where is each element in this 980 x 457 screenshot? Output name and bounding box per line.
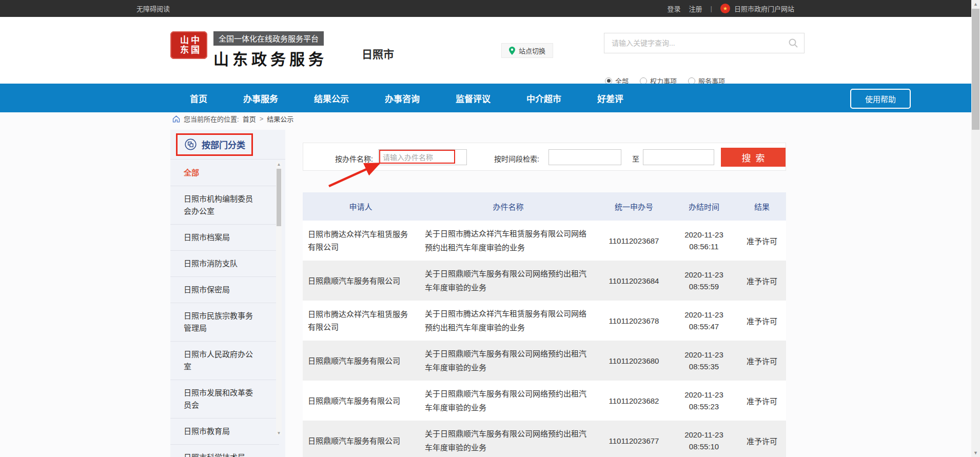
sidebar-item[interactable]: 全部 — [170, 160, 279, 186]
cell-finish-time: 2020-11-2308:56:11 — [670, 229, 738, 252]
cell-application-id: 110112023677 — [598, 436, 670, 445]
cell-item-name: 关于日照鼎顺汽车服务有限公司网络预约出租汽车年度审验的业务 — [419, 262, 598, 300]
finish-date: 2020-11-23 — [684, 309, 723, 321]
platform-badge: 全国一体化在线政务服务平台 — [213, 31, 324, 46]
finish-date: 2020-11-23 — [684, 269, 723, 281]
city-name: 日照市 — [362, 46, 394, 61]
sidebar-item[interactable]: 日照市人民政府办公室 — [170, 342, 279, 380]
table-body: 日照市腾达众祥汽车租赁服务有限公司关于日照市腾达众祥汽车租赁服务有限公司网络预约… — [303, 221, 786, 457]
date-from-input[interactable] — [548, 149, 621, 165]
site-switch-button[interactable]: 站点切换 — [501, 43, 553, 58]
seal-text-right: 中国 — [190, 35, 199, 55]
cell-applicant: 日照鼎顺汽车服务有限公司 — [303, 269, 419, 292]
cell-result: 准予许可 — [738, 275, 786, 286]
topbar-separator: | — [711, 5, 712, 12]
sidebar-scroll-up-icon[interactable]: ▲ — [276, 162, 282, 167]
finish-clock: 08:55:35 — [689, 361, 719, 372]
nav-item-监督评议[interactable]: 监督评议 — [456, 92, 491, 105]
logo-text: 全国一体化在线政务服务平台 山东政务服务 — [213, 31, 327, 69]
table-row: 日照市腾达众祥汽车租赁服务有限公司关于日照市腾达众祥汽车租赁服务有限公司网络预约… — [303, 221, 786, 261]
sidebar-item[interactable]: 日照市民族宗教事务管理局 — [170, 303, 279, 342]
filter-to-label: 至 — [632, 153, 639, 164]
page-scroll-up-icon[interactable]: ▲ — [971, 0, 980, 8]
sidebar-header: 按部门分类 — [170, 130, 285, 160]
cell-finish-time: 2020-11-2308:55:35 — [670, 349, 738, 372]
column-header: 办结时间 — [670, 201, 738, 212]
site-logo[interactable]: 山东 中国 全国一体化在线政务服务平台 山东政务服务 — [170, 31, 327, 69]
breadcrumb-current[interactable]: 结果公示 — [267, 114, 293, 124]
column-header: 统一申办号 — [598, 201, 670, 212]
table-row: 日照市腾达众祥汽车租赁服务有限公司关于日照市腾达众祥汽车租赁服务有限公司网络预约… — [303, 301, 786, 341]
cell-application-id: 110112023687 — [598, 236, 670, 245]
finish-clock: 08:55:59 — [689, 281, 719, 292]
nav-item-办事服务[interactable]: 办事服务 — [243, 92, 278, 105]
column-header: 办件名称 — [419, 201, 598, 212]
table-row: 日照鼎顺汽车服务有限公司关于日照鼎顺汽车服务有限公司网络预约出租汽车年度审验的业… — [303, 261, 786, 301]
nav-item-首页[interactable]: 首页 — [190, 92, 207, 105]
department-list: 全部日照市机构编制委员会办公室日照市档案局日照市消防支队日照市保密局日照市民族宗… — [170, 160, 279, 457]
sidebar-item[interactable]: 日照市保密局 — [170, 277, 279, 303]
cell-finish-time: 2020-11-2308:55:23 — [670, 389, 738, 412]
top-utility-bar: 无障碍阅读 登录 注册 | ★ 日照市政府门户网站 — [0, 0, 980, 17]
page-scrollbar[interactable]: ▲ ▼ — [971, 0, 980, 457]
nav-item-中介超市[interactable]: 中介超市 — [526, 92, 561, 105]
cell-result: 准予许可 — [738, 435, 786, 446]
sidebar-item[interactable]: 日照市教育局 — [170, 419, 279, 445]
date-to-input[interactable] — [643, 149, 714, 165]
column-header: 申请人 — [303, 201, 419, 212]
sidebar-scroll-down-icon[interactable]: ▼ — [276, 430, 282, 435]
register-link[interactable]: 注册 — [689, 4, 702, 13]
cell-result: 准予许可 — [738, 395, 786, 406]
cell-finish-time: 2020-11-2308:55:59 — [670, 269, 738, 292]
finish-clock: 08:55:23 — [689, 401, 719, 412]
finish-date: 2020-11-23 — [684, 389, 723, 401]
shandong-seal-icon: 山东 中国 — [170, 31, 207, 59]
sidebar-item[interactable]: 日照市机构编制委员会办公室 — [170, 186, 279, 225]
sidebar-scroll-thumb[interactable] — [277, 169, 281, 226]
finish-clock: 08:56:11 — [689, 241, 718, 252]
finish-date: 2020-11-23 — [684, 349, 723, 361]
item-name-input[interactable] — [378, 149, 467, 165]
search-icon[interactable] — [782, 38, 804, 48]
department-sidebar: 按部门分类 全部日照市机构编制委员会办公室日照市档案局日照市消防支队日照市保密局… — [170, 130, 285, 457]
cell-item-name: 关于日照鼎顺汽车服务有限公司网络预约出租汽车年度审验的业务 — [419, 422, 598, 457]
cell-item-name: 关于日照市腾达众祥汽车租赁服务有限公司网络预约出租汽车年度审验的业务 — [419, 302, 598, 340]
cell-applicant: 日照鼎顺汽车服务有限公司 — [303, 349, 419, 372]
nav-item-结果公示[interactable]: 结果公示 — [314, 92, 349, 105]
sidebar-item[interactable]: 日照市发展和改革委员会 — [170, 380, 279, 419]
topbar-right-group: 登录 注册 | ★ 日照市政府门户网站 — [668, 4, 794, 13]
cell-application-id: 110112023682 — [598, 396, 670, 405]
cell-application-id: 110112023678 — [598, 316, 670, 325]
sidebar-item[interactable]: 日照市消防支队 — [170, 251, 279, 277]
cell-applicant: 日照市腾达众祥汽车租赁服务有限公司 — [303, 223, 419, 259]
accessibility-link[interactable]: 无障碍阅读 — [136, 4, 170, 13]
site-header: 山东 中国 全国一体化在线政务服务平台 山东政务服务 日照市 站点切换 — [0, 17, 980, 84]
cell-result: 准予许可 — [738, 355, 786, 366]
sidebar-scrollbar[interactable]: ▲ ▼ — [276, 162, 282, 435]
portal-link[interactable]: ★ 日照市政府门户网站 — [720, 4, 794, 13]
cell-application-id: 110112023684 — [598, 276, 670, 285]
cell-applicant: 日照鼎顺汽车服务有限公司 — [303, 429, 419, 452]
keyword-search-input[interactable] — [604, 39, 782, 47]
finish-date: 2020-11-23 — [684, 229, 723, 241]
cell-item-name: 关于日照鼎顺汽车服务有限公司网络预约出租汽车年度审验的业务 — [419, 342, 598, 380]
sidebar-item[interactable]: 日照市科学技术局 — [170, 445, 279, 457]
nav-item-好差评[interactable]: 好差评 — [597, 92, 623, 105]
finish-clock: 08:55:47 — [689, 321, 719, 332]
cell-applicant: 日照鼎顺汽车服务有限公司 — [303, 389, 419, 412]
cell-result: 准予许可 — [738, 235, 786, 246]
page-scroll-thumb[interactable] — [972, 9, 979, 130]
table-header-row: 申请人办件名称统一申办号办结时间结果 — [303, 192, 786, 221]
filter-date-label: 按时间段检索: — [494, 153, 539, 164]
finish-clock: 08:55:10 — [689, 441, 719, 452]
nav-item-办事咨询[interactable]: 办事咨询 — [385, 92, 420, 105]
breadcrumb-home[interactable]: 首页 — [243, 114, 256, 124]
search-button[interactable]: 搜索 — [721, 148, 786, 167]
sidebar-item[interactable]: 日照市档案局 — [170, 225, 279, 251]
cell-finish-time: 2020-11-2308:55:47 — [670, 309, 738, 332]
page: 无障碍阅读 登录 注册 | ★ 日照市政府门户网站 山东 中国 全国一体化在线政… — [0, 0, 980, 457]
cell-result: 准予许可 — [738, 315, 786, 326]
login-link[interactable]: 登录 — [668, 4, 681, 13]
page-scroll-down-icon[interactable]: ▼ — [971, 449, 980, 457]
help-button[interactable]: 使用帮助 — [850, 89, 911, 109]
